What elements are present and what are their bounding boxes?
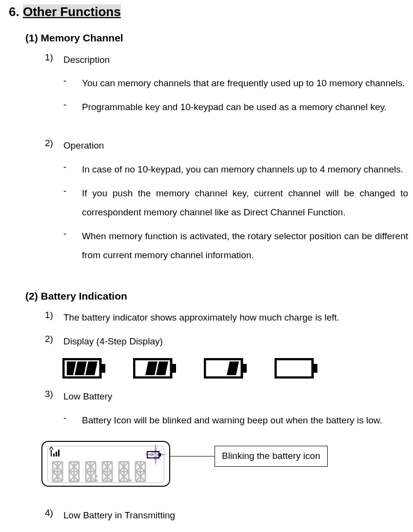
svg-rect-15 <box>53 454 55 456</box>
svg-rect-6 <box>171 364 176 373</box>
svg-rect-27 <box>159 453 161 456</box>
list-item: - If battery is low when transmitting, n… <box>63 530 408 532</box>
svg-rect-13 <box>313 364 317 373</box>
lcd-digits <box>51 460 147 483</box>
bullet-dash: - <box>63 530 82 532</box>
item-label: Description <box>63 51 408 70</box>
callout-label: Blinking the battery icon <box>215 446 328 467</box>
battery-level-2-icon <box>133 358 177 379</box>
battery-step-display <box>62 358 408 379</box>
list-item: - If you push the memory channel key, cu… <box>63 184 408 222</box>
bullet-dash: - <box>63 411 82 430</box>
item-number: 2) <box>45 136 63 155</box>
battery-level-3-icon <box>62 358 106 379</box>
item-number: 4) <box>45 506 63 525</box>
item-label: Display (4-Step Display) <box>63 332 408 351</box>
item-label: Low Battery <box>63 387 408 406</box>
item-label: Low Battery in Transmitting <box>63 506 408 525</box>
bullet-dash: - <box>63 160 82 179</box>
item-number: 2) <box>45 332 63 351</box>
battery-level-0-icon <box>275 358 318 379</box>
list-item: - In case of no 10-keypad, you can memor… <box>63 160 408 179</box>
list-item: - Programmable key and 10-keypad can be … <box>63 98 408 117</box>
svg-marker-8 <box>156 361 168 375</box>
bullet-text: When memory function is activated, the r… <box>82 227 408 265</box>
list-item: 2) Display (4-Step Display) <box>45 332 408 351</box>
item-number: 1) <box>45 51 63 70</box>
subsection-memory-channel: (1) Memory Channel <box>25 30 408 46</box>
bullet-text: Battery Icon will be blinked and warning… <box>82 411 408 430</box>
svg-rect-12 <box>275 359 313 378</box>
item-label: Operation <box>63 136 408 155</box>
svg-rect-26 <box>147 452 159 458</box>
svg-marker-3 <box>75 361 87 375</box>
lcd-illustration: Blinking the battery icon <box>41 441 408 487</box>
bullet-text: If you push the memory channel key, curr… <box>82 184 408 222</box>
bullet-text: You can memory channels that are frequen… <box>82 74 408 93</box>
list-item: - Battery Icon will be blinked and warni… <box>63 411 408 430</box>
bullet-text: In case of no 10-keypad, you can memory … <box>82 160 408 179</box>
callout: Blinking the battery icon <box>168 446 328 467</box>
bullet-dash: - <box>63 98 82 117</box>
svg-marker-4 <box>85 361 98 375</box>
svg-marker-2 <box>67 361 76 375</box>
list-item: 1) Description <box>45 51 408 70</box>
svg-marker-7 <box>145 361 157 375</box>
section-title-text: Other Functions <box>23 4 121 19</box>
list-item: 1) The battery indicator shows approxima… <box>45 308 408 327</box>
svg-marker-11 <box>227 361 239 375</box>
svg-rect-10 <box>242 364 247 373</box>
list-item: 3) Low Battery <box>45 387 408 406</box>
item-number: 1) <box>45 308 63 327</box>
section-heading: 6. Other Functions <box>9 2 408 21</box>
bullet-text: If battery is low when transmitting, nex… <box>82 530 408 532</box>
item-label: The battery indicator shows approximatel… <box>63 308 408 327</box>
item-number: 3) <box>45 387 63 406</box>
bullet-dash: - <box>63 184 82 222</box>
bullet-dash: - <box>63 227 82 265</box>
list-item: - When memory function is activated, the… <box>63 227 408 265</box>
battery-level-1-icon <box>204 358 248 379</box>
list-item: 2) Operation <box>45 136 408 155</box>
svg-rect-17 <box>58 450 59 456</box>
bullet-dash: - <box>63 74 82 93</box>
list-item: 4) Low Battery in Transmitting <box>45 506 408 525</box>
svg-rect-1 <box>100 364 105 373</box>
signal-icon <box>49 447 61 461</box>
bullet-text: Programmable key and 10-keypad can be us… <box>82 98 408 117</box>
lcd-screen-icon <box>41 441 170 487</box>
subsection-battery-indication: (2) Battery Indication <box>25 288 408 304</box>
callout-line <box>168 456 215 456</box>
svg-rect-16 <box>56 452 57 456</box>
list-item: - You can memory channels that are frequ… <box>63 74 408 93</box>
section-number: 6. <box>9 4 20 19</box>
battery-empty-small-icon <box>147 449 161 463</box>
